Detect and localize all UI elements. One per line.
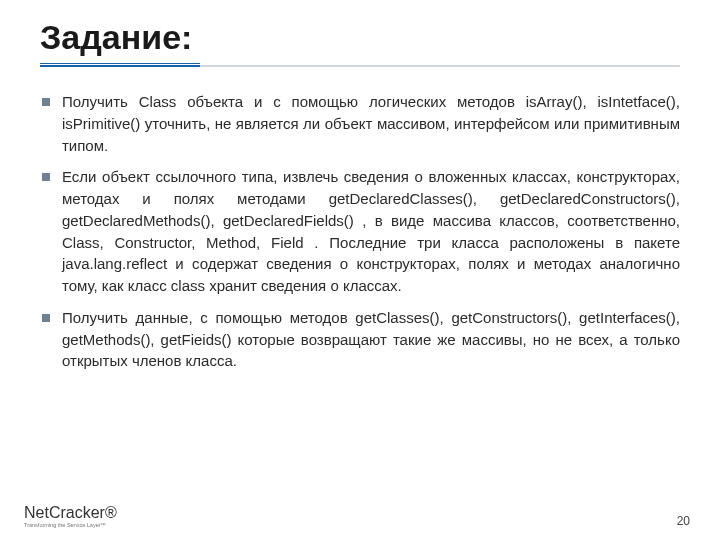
slide: Задание: Получить Class объекта и с помо… bbox=[0, 0, 720, 540]
list-item: Получить Class объекта и с помощью логич… bbox=[40, 91, 680, 156]
logo: NetCracker® Transforming the Service Lay… bbox=[24, 504, 117, 528]
list-item: Получить данные, с помощью методов getCl… bbox=[40, 307, 680, 372]
footer: NetCracker® Transforming the Service Lay… bbox=[0, 494, 720, 532]
title-divider bbox=[40, 65, 680, 67]
logo-tagline: Transforming the Service Layer™ bbox=[24, 522, 106, 528]
list-item: Если объект ссылочного типа, извлечь све… bbox=[40, 166, 680, 297]
logo-reg-mark: ® bbox=[105, 504, 117, 522]
logo-text-net: Net bbox=[24, 504, 49, 522]
slide-title: Задание: bbox=[40, 18, 680, 57]
logo-text-cracker: Cracker bbox=[49, 504, 105, 522]
content-list: Получить Class объекта и с помощью логич… bbox=[40, 91, 680, 372]
page-number: 20 bbox=[677, 514, 690, 528]
